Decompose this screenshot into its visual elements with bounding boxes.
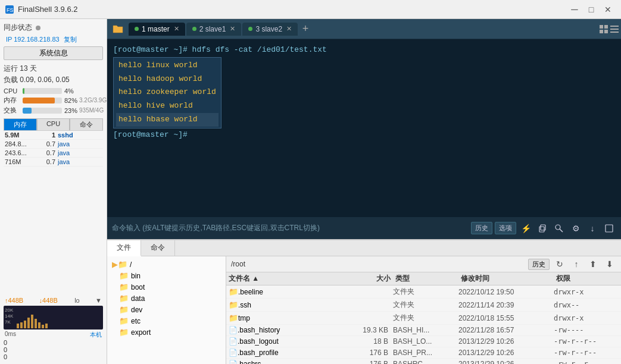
copy-button[interactable]: 复制 — [64, 36, 77, 43]
terminal[interactable]: [root@master ~]# hdfs dfs -cat /ied01/te… — [107, 39, 621, 216]
ping-host: 本机 — [90, 331, 102, 339]
svg-line-24 — [560, 229, 563, 232]
tab-slave1[interactable]: 2 slave1 ✕ — [186, 23, 242, 36]
process-row[interactable]: 284.8... 0.7 java — [4, 140, 103, 149]
maximize-button[interactable]: □ — [583, 3, 600, 16]
tab-grid-button[interactable] — [600, 25, 619, 33]
folder-nav-button[interactable] — [110, 21, 126, 37]
folder-icon: 📁 — [119, 283, 129, 291]
svg-rect-5 — [17, 324, 19, 328]
process-row[interactable]: 243.6... 0.7 java — [4, 149, 103, 158]
file-icon: 📄 — [229, 360, 238, 364]
refresh-icon[interactable]: ↻ — [553, 258, 566, 271]
expand-icon[interactable] — [602, 221, 616, 236]
process-row[interactable]: 716M 0.7 java — [4, 158, 103, 167]
history-button[interactable]: 历史 — [471, 222, 492, 234]
folder-icon: 📁 — [229, 300, 238, 309]
swap-value: 23% 935M/4G — [64, 107, 103, 114]
file-list: /root 历史 ↻ ↑ ⬆ ⬇ 文件名 ▲ 大小 类型 修改时间 权限 — [226, 256, 621, 364]
file-row[interactable]: 📄.bash_logout 18 B BASH_LO... 2013/12/29… — [226, 336, 621, 347]
folder-icon: ▶📁 — [112, 260, 127, 269]
terminal-line: [root@master ~]# — [113, 129, 615, 142]
svg-rect-6 — [20, 322, 23, 328]
tree-item-dev[interactable]: 📁 dev — [110, 304, 223, 315]
bottom-panel: 文件 命令 ▶📁 / 📁 bin 📁 boot — [107, 239, 621, 364]
file-tree: ▶📁 / 📁 bin 📁 boot 📁 data — [107, 256, 226, 364]
tab-close-slave1[interactable]: ✕ — [230, 25, 235, 33]
svg-text:20K: 20K — [5, 307, 14, 313]
expand-icon[interactable]: ▼ — [95, 297, 102, 304]
add-tab-button[interactable]: + — [299, 23, 312, 36]
tree-item-boot[interactable]: 📁 boot — [110, 281, 223, 293]
right-panel: 1 master ✕ 2 slave1 ✕ 3 slave2 ✕ + [root… — [107, 19, 621, 364]
tab-close-slave2[interactable]: ✕ — [286, 25, 292, 33]
tree-item-data[interactable]: 📁 data — [110, 293, 223, 304]
file-row[interactable]: 📁.beeline 文件夹 2022/10/12 19:50 drwxr-x — [226, 285, 621, 299]
tree-item-etc[interactable]: 📁 etc — [110, 315, 223, 327]
terminal-line: [root@master ~]# hdfs dfs -cat /ied01/te… — [113, 44, 615, 57]
copy-icon[interactable] — [535, 221, 550, 236]
autocomplete-item[interactable]: hello hadoop world — [116, 73, 219, 86]
cpu-value: 4% — [64, 87, 103, 95]
cpu-bar — [23, 88, 62, 94]
svg-rect-20 — [610, 32, 619, 33]
tree-item-bin[interactable]: 📁 bin — [110, 270, 223, 281]
tab-master[interactable]: 1 master ✕ — [129, 23, 185, 36]
svg-rect-14 — [600, 25, 603, 29]
swap-label: 交换 — [4, 106, 20, 115]
svg-rect-10 — [35, 319, 37, 328]
tab-cmd[interactable]: 命令 — [70, 118, 103, 130]
path-history-button[interactable]: 历史 — [528, 259, 550, 270]
cmd-tab[interactable]: 命令 — [141, 240, 175, 256]
autocomplete-item[interactable]: hello linux world — [116, 59, 219, 73]
minimize-button[interactable]: ─ — [566, 3, 583, 16]
file-row[interactable]: 📄.bash_history 19.3 KB BASH_HI... 2022/1… — [226, 325, 621, 336]
autocomplete-item-selected[interactable]: hello hbase world — [116, 113, 219, 127]
tab-dot — [135, 27, 139, 31]
tab-slave1-label: 2 slave1 — [199, 25, 226, 33]
sidebar: 同步状态 IP 192.168.218.83 复制 系统信息 运行 13 天 负… — [0, 19, 107, 364]
file-row[interactable]: 📄.bash_profile 176 B BASH_PR... 2013/12/… — [226, 347, 621, 359]
tab-dot-slave1 — [192, 27, 196, 31]
folder-icon: 📁 — [229, 287, 238, 296]
mem-value: 82% 3.2G/3.9G — [64, 97, 103, 104]
search-icon[interactable] — [552, 221, 566, 236]
col-date: 修改时间 — [461, 274, 556, 284]
stat-zero-3: 0 — [4, 353, 103, 360]
mem-bar — [23, 98, 62, 103]
network-chart: 20K 14K 7K — [4, 306, 103, 330]
app-title: FinalShell 3.9.6.2 — [18, 5, 566, 14]
svg-rect-7 — [24, 321, 26, 328]
tree-item-root[interactable]: ▶📁 / — [110, 259, 223, 270]
settings-icon[interactable]: ⚙ — [569, 221, 583, 236]
tab-cpu[interactable]: CPU — [37, 118, 70, 130]
file-table-header: 文件名 ▲ 大小 类型 修改时间 权限 — [226, 272, 621, 285]
file-row[interactable]: 📁.ssh 文件夹 2022/11/14 20:39 drwx-- — [226, 299, 621, 312]
autocomplete-item[interactable]: hello zookeeper world — [116, 86, 219, 99]
close-button[interactable]: ✕ — [600, 3, 616, 16]
svg-rect-21 — [539, 227, 544, 232]
lightning-icon[interactable]: ⚡ — [519, 221, 533, 236]
swap-bar — [23, 108, 62, 114]
up-icon[interactable]: ↑ — [570, 258, 583, 271]
download-path-icon[interactable]: ⬇ — [603, 258, 616, 271]
tab-mem[interactable]: 内存 — [4, 118, 37, 130]
file-row[interactable]: 📁tmp 文件夹 2022/10/18 15:55 drwxr-x — [226, 312, 621, 325]
upload-icon[interactable]: ⬆ — [586, 258, 600, 271]
autocomplete-item[interactable]: hello hive world — [116, 99, 219, 113]
tree-item-export[interactable]: 📁 export — [110, 327, 223, 338]
file-tab[interactable]: 文件 — [107, 240, 141, 256]
swap-bar-fill — [23, 108, 32, 114]
app-icon: FS — [5, 5, 14, 14]
file-browser: ▶📁 / 📁 bin 📁 boot 📁 data — [107, 256, 621, 364]
download-icon[interactable]: ↓ — [585, 221, 600, 236]
svg-rect-25 — [606, 225, 613, 232]
sync-label: 同步状态 — [4, 23, 32, 33]
tab-close-master[interactable]: ✕ — [174, 25, 179, 33]
file-row[interactable]: 📄.bashrc 176 B BASHRC ... 2013/12/29 10:… — [226, 359, 621, 364]
tab-dot-slave2 — [248, 27, 252, 31]
file-icon: 📄 — [229, 337, 238, 346]
sysinfo-button[interactable]: 系统信息 — [4, 46, 103, 60]
tab-slave2[interactable]: 3 slave2 ✕ — [242, 23, 298, 36]
options-button[interactable]: 选项 — [495, 222, 516, 234]
